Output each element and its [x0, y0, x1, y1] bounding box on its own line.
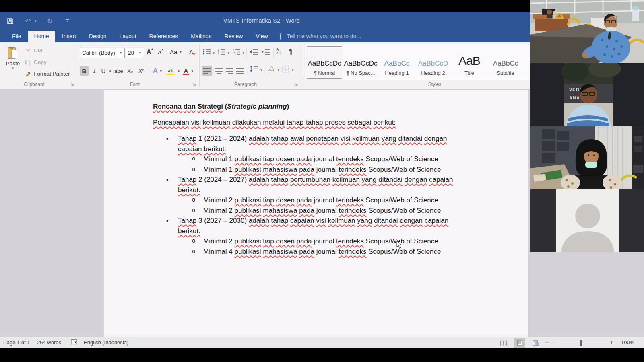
- borders-button[interactable]: [282, 66, 289, 73]
- video-thumbnail-participant-3[interactable]: [530, 126, 644, 189]
- underline-dropdown-caret[interactable]: ▼: [109, 70, 112, 73]
- bold-button[interactable]: B: [80, 66, 89, 76]
- decrease-indent-button[interactable]: [249, 49, 258, 55]
- circle-marker: o: [192, 236, 195, 247]
- tab-design[interactable]: Design: [83, 31, 113, 42]
- shrink-font-button[interactable]: A▼: [158, 49, 161, 56]
- document-line: Rencana dan Strategi (Strategic planning…: [104, 101, 528, 112]
- style-item[interactable]: AaBbCcDc¶ Normal: [307, 46, 342, 79]
- style-sample: AaBbCcD: [418, 60, 448, 68]
- strikethrough-button[interactable]: abe: [114, 66, 123, 76]
- tab-layout[interactable]: Layout: [114, 31, 142, 42]
- tab-view[interactable]: View: [250, 31, 274, 42]
- style-sample: AaB: [458, 54, 480, 68]
- style-name: Title: [464, 70, 474, 76]
- style-sample: AaBbCc: [493, 60, 518, 68]
- video-thumbnail-participant-4[interactable]: [530, 189, 644, 252]
- shading-caret[interactable]: ▼: [277, 68, 280, 72]
- font-color-dropdown-caret[interactable]: ▼: [191, 70, 194, 73]
- subscript-button[interactable]: X₂: [127, 66, 133, 76]
- print-layout-button[interactable]: [514, 338, 525, 348]
- zoom-out-button[interactable]: −: [545, 339, 549, 346]
- highlight-dropdown-caret[interactable]: ▼: [177, 70, 180, 73]
- proofing-errors-icon[interactable]: [71, 339, 78, 346]
- style-item[interactable]: AaBbCcDc¶ No Spac...: [343, 46, 378, 79]
- tab-home[interactable]: Home: [28, 31, 55, 42]
- language-indicator[interactable]: English (Indonesia): [84, 339, 128, 346]
- page-indicator[interactable]: Page 1 of 1: [3, 339, 30, 346]
- read-mode-button[interactable]: [498, 338, 509, 348]
- change-case-button[interactable]: Aa ▼: [170, 49, 182, 56]
- video-thumbnail-participant-2[interactable]: VERSITAS ANA MALI: [530, 63, 644, 126]
- font-color-button[interactable]: A: [182, 66, 190, 76]
- document-paragraph: oMinimal 1 publikasi mahasiswa pada jour…: [104, 165, 528, 175]
- justify-button[interactable]: [235, 66, 245, 76]
- grow-font-button[interactable]: A▲: [147, 49, 151, 56]
- multilevel-list-button[interactable]: 1ai: [233, 49, 241, 55]
- tab-mailings[interactable]: Mailings: [185, 31, 217, 42]
- font-size-combo[interactable]: 20▼: [126, 48, 144, 58]
- zoom-in-button[interactable]: +: [610, 339, 613, 346]
- font-dialog-launcher-icon[interactable]: ⇲: [193, 82, 197, 86]
- mouse-cursor: [396, 241, 402, 251]
- bullet-list-caret[interactable]: ▼: [212, 51, 215, 55]
- shading-button[interactable]: [267, 66, 276, 73]
- multilevel-list-caret[interactable]: ▼: [242, 51, 245, 55]
- tab-review[interactable]: Review: [219, 31, 249, 42]
- superscript-button[interactable]: X²: [138, 66, 144, 76]
- status-bar: Page 1 of 1 264 words English (Indonesia…: [0, 337, 644, 348]
- clipboard-dialog-launcher-icon[interactable]: ⇲: [71, 82, 75, 86]
- web-layout-button[interactable]: [530, 338, 541, 348]
- paste-dropdown-caret[interactable]: ▼: [3, 66, 23, 70]
- align-center-button[interactable]: [214, 66, 224, 76]
- paste-button[interactable]: Paste ▼: [3, 45, 23, 80]
- style-name: Heading 1: [385, 70, 409, 76]
- tab-file[interactable]: File: [6, 31, 27, 42]
- svg-text:i: i: [235, 53, 235, 55]
- style-item[interactable]: AaBbCcHeading 1: [379, 46, 415, 79]
- style-sample: AaBbCcDc: [308, 60, 341, 68]
- numbered-list-caret[interactable]: ▼: [227, 51, 230, 55]
- video-thumbnail-participant-1[interactable]: [530, 0, 644, 63]
- copy-icon: [25, 60, 31, 65]
- font-name-combo[interactable]: Calibri (Body)▼: [80, 48, 125, 58]
- italic-button[interactable]: I: [91, 66, 98, 76]
- pilcrow-button[interactable]: ¶: [289, 48, 293, 56]
- align-left-button[interactable]: [202, 66, 212, 76]
- text-highlight-button[interactable]: ab: [166, 66, 175, 76]
- clipboard-group-label: Clipboard: [16, 82, 52, 87]
- line-spacing-button[interactable]: [250, 66, 258, 72]
- text-effects-button[interactable]: A ▼: [153, 66, 163, 76]
- clear-formatting-button[interactable]: A: [189, 49, 193, 56]
- align-right-button[interactable]: [224, 66, 235, 76]
- document-line: capaian berikut:: [104, 144, 528, 154]
- word-count[interactable]: 264 words: [37, 339, 61, 346]
- bullet-list-button[interactable]: [203, 49, 211, 55]
- borders-caret[interactable]: ▼: [291, 68, 294, 72]
- cut-button[interactable]: ✂ Cut: [25, 47, 42, 53]
- zoom-slider-handle[interactable]: [580, 340, 582, 346]
- zoom-level[interactable]: 100%: [621, 339, 634, 346]
- tell-me-box[interactable]: Tell me what you want to do...: [274, 31, 365, 42]
- format-painter-button[interactable]: Format Painter: [25, 71, 70, 77]
- document-page[interactable]: Rencana dan Strategi (Strategic planning…: [104, 90, 528, 337]
- style-item[interactable]: AaBbCcDHeading 2: [415, 46, 451, 79]
- line-spacing-caret[interactable]: ▼: [260, 68, 263, 72]
- paragraph-dialog-launcher-icon[interactable]: ⇲: [294, 82, 299, 86]
- style-item[interactable]: AaBTitle: [452, 46, 487, 79]
- tab-references[interactable]: References: [143, 31, 184, 42]
- style-item[interactable]: AaBbCcSubtitle: [488, 46, 523, 79]
- style-name: Subtitle: [497, 70, 514, 76]
- tab-insert[interactable]: Insert: [56, 31, 82, 42]
- document-line: oMinimal 2 publikasi tiap dosen pada jou…: [104, 236, 528, 247]
- increase-indent-button[interactable]: [261, 49, 270, 55]
- style-sample: AaBbCcDc: [344, 60, 377, 68]
- sort-button[interactable]: AZ ↓: [276, 48, 281, 55]
- circle-marker: o: [192, 165, 195, 175]
- copy-button[interactable]: Copy: [25, 59, 47, 65]
- format-painter-icon: [25, 71, 31, 77]
- underline-button[interactable]: U: [100, 66, 107, 76]
- participant-3-video: [530, 126, 644, 189]
- numbered-list-button[interactable]: 123: [218, 49, 226, 55]
- style-name: ¶ Normal: [314, 70, 335, 76]
